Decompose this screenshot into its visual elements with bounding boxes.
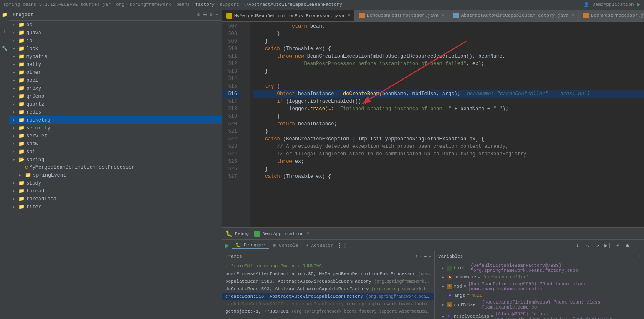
debug-btn-extra[interactable]: ⊞ [623,241,632,250]
tab-actuator[interactable]: ⚡ Actuator [303,242,337,249]
debug-step-into[interactable]: ↘ [583,241,592,250]
editor-area: 507 508 509 510 511 512 513 514 515 516 … [222,22,644,227]
tree-item-threadlocal[interactable]: ▶ 📁 threadlocal [9,195,222,203]
var-item-mbdtouse[interactable]: ▶ o mbdToUse = {RootBeanDefinition@9889}… [435,299,644,311]
tree-item-lock[interactable]: ▶ 📁 lock [9,45,222,53]
tree-item-mybatis[interactable]: ▶ 📁 mybatis [9,53,222,61]
tab-demobeanpost[interactable]: DemoBeanPostProcessor.java × [355,10,449,21]
expand-icon[interactable]: ▶ [442,266,445,271]
frames-up-btn[interactable]: ↑ [415,253,418,259]
arrow-icon: ▶ [13,189,17,193]
sidebar-icon-options[interactable]: ☰ [203,12,207,18]
debug-btn-1[interactable]: ⋮⋮ [338,241,347,250]
var-item-resolvedclass[interactable]: ▶ C resolvedClass = {Class@7828} "class … [435,311,644,319]
sidebar-icon-minimize[interactable]: − [215,12,218,18]
tree-item-servlet[interactable]: ▶ 📁 servlet [9,132,222,140]
tree-item-timer[interactable]: ▶ 📁 timer [9,203,222,211]
tree-item-quartz[interactable]: ▶ 📁 quartz [9,100,222,108]
tree-item-study[interactable]: ▶ 📁 study [9,179,222,187]
code-line-524: // or illegal singleton state to be comm… [253,150,644,158]
line-num: 514 [222,75,240,83]
var-item-mbd[interactable]: ▶ o mbd = {RootBeanDefinition@9889} "Roo… [435,281,644,292]
debug-btn-extra2[interactable]: ≡ [633,241,642,250]
add-var-btn[interactable]: + [638,254,641,259]
profile-icon[interactable]: 👤 [583,2,589,7]
tab-mymerged[interactable]: MyMergedBeanDefinitionPostProcessor.java… [222,10,355,21]
tree-item-security[interactable]: ▶ 📁 security [9,124,222,132]
frame-item-createbean[interactable]: createBean:516, AbstractAutowireCapableB… [222,293,434,300]
line-num: 526 [222,165,240,173]
tab-abstractautowire[interactable]: AbstractAutowireCapableBeanFactory.java … [449,10,579,21]
tree-item-other[interactable]: ▶ 📁 other [9,68,222,76]
breadcrumb-part[interactable]: factory [195,2,215,7]
tree-item-label: MyMergedBeanDefinitionPostProcessor [30,165,135,170]
debug-resume-btn[interactable]: ▶ [224,241,231,250]
editor-tab-bar: MyMergedBeanDefinitionPostProcessor.java… [222,9,644,22]
frames-panel: Frames ↑ ↓ ≡ ⋯ ✓ "main"@1 in group "main… [222,251,435,319]
frame-item-lambda[interactable]: lambda$doGetBean$0:324, AbstractBeanFact… [222,300,434,308]
tree-item-guava[interactable]: ▶ 📁 guava [9,29,222,37]
frame-item-getobject[interactable]: getObject:-1, 778337881 (org.springframe… [222,308,434,315]
sidebar-icon-add[interactable]: ⊕ [197,12,200,18]
debug-run-cursor[interactable]: ▶| [603,241,612,250]
tab-console[interactable]: ▣ Console [270,242,301,249]
frames-options-btn[interactable]: ⋯ [428,253,431,259]
var-eq: = [477,302,480,307]
arrow-icon: ▶ [13,197,17,201]
tree-item-spi[interactable]: ▶ 📁 spi [9,148,222,156]
close-debug-tab[interactable]: × [306,231,309,237]
debug-step-out[interactable]: ↗ [593,241,602,250]
tab-close[interactable]: × [348,13,350,18]
tree-item-redis[interactable]: ▶ 📁 redis [9,108,222,116]
debug-step-over[interactable]: ↓ [573,241,582,250]
breadcrumb-part[interactable]: beans [176,2,190,7]
debug-evaluate[interactable]: ⚡ [613,241,622,250]
run-button[interactable]: ▶ [637,1,641,8]
sidebar-icon-gear[interactable]: ⚙ [210,12,213,18]
frames-controls: ↑ ↓ ≡ ⋯ [415,253,431,259]
code-line-517: if (logger.isTraceEnabled()) { [253,98,644,105]
file-type-icon: C [25,165,28,170]
frame-item-docreatebean[interactable]: doCreateBean:593, AbstractAutowireCapabl… [222,285,434,293]
breadcrumb-part[interactable]: support [220,2,239,7]
frame-item-postprocess[interactable]: postProcessAfterInstantiation:35, MyMerg… [222,270,434,278]
tree-item-springevent[interactable]: ▶ 📁 springEvent [9,171,222,179]
var-item-beanname[interactable]: ▶ S beanName = "cacheController" [435,274,644,281]
breadcrumb-part[interactable]: spring-beans-5.2.12.RELEASE-sources.jar [3,2,111,7]
breadcrumb-part[interactable]: org [116,2,124,7]
tree-item-thread[interactable]: ▶ 📁 thread [9,187,222,195]
tab-debugger[interactable]: 🐛 Debugger [232,241,269,249]
tree-item-snow[interactable]: ▶ 📁 snow [9,140,222,148]
expand-icon[interactable]: ▶ [442,284,445,289]
tab-close[interactable]: × [572,13,574,18]
tree-item-spring[interactable]: ▼ 📂 spring [9,156,222,164]
gutter-line [243,23,250,30]
breadcrumb-part[interactable]: AbstractAutowireCapableBeanFactory [248,2,342,7]
tree-item-netty[interactable]: ▶ 📁 netty [9,61,222,68]
frames-filter-btn[interactable]: ≡ [424,253,427,259]
tree-item-qrDemo[interactable]: ▶ 📁 qrDemo [9,92,222,100]
strip-btn-3[interactable]: 🔧 [1,44,8,52]
var-item-this[interactable]: ▶ = this = {DefaultListableBeanFactory@7… [435,262,644,274]
project-tool-btn[interactable]: 📁 [1,11,8,18]
tree-item-io[interactable]: ▶ 📁 io [9,37,222,45]
tab-label: DemoBeanPostProcessor.java [367,13,439,18]
tree-item-mymerged[interactable]: C MyMergedBeanDefinitionPostProcessor [9,164,222,171]
expand-icon[interactable]: ▶ [442,302,445,307]
var-item-args[interactable]: ▶ o args = null [435,292,644,299]
expand-icon[interactable]: ▶ [442,275,446,280]
commit-tool-btn[interactable]: ↑ [1,28,8,35]
frame-class: (org.springframework.beans.factory.suppo… [346,301,434,306]
tab-icon [583,13,589,18]
code-line-525: throw ex; [253,158,644,165]
tree-item-proxy[interactable]: ▶ 📁 proxy [9,84,222,92]
breadcrumb-part[interactable]: springframework [129,2,171,7]
tab-beanpostprocessor[interactable]: BeanPostProcessor.java × [579,10,644,21]
tree-item-pool[interactable]: ▶ 📁 pool [9,76,222,84]
tree-item-rocketmq[interactable]: ▶ 📁 rocketmq [9,116,222,124]
frames-down-btn[interactable]: ↓ [419,253,422,259]
tree-item-es[interactable]: ▶ 📁 es [9,21,222,29]
tab-close[interactable]: × [442,13,444,18]
expand-icon[interactable]: ▶ [442,314,445,319]
frame-item-populatebean[interactable]: populateBean:1386, AbstractAutowireCapab… [222,278,434,285]
